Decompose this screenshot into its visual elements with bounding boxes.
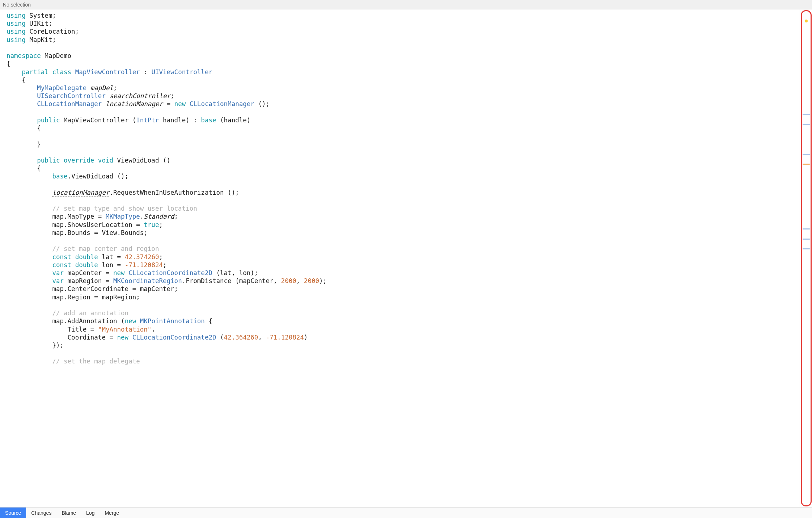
- code-line[interactable]: {: [7, 164, 799, 172]
- code-line[interactable]: using UIKit;: [7, 20, 799, 28]
- code-line[interactable]: // set map type and show user location: [7, 205, 799, 212]
- minimap-marker[interactable]: [803, 124, 810, 125]
- code-line[interactable]: });: [7, 341, 799, 349]
- code-line[interactable]: [7, 301, 799, 309]
- code-line[interactable]: MyMapDelegate mapDel;: [7, 84, 799, 92]
- code-line[interactable]: const double lat = 42.374260;: [7, 253, 799, 261]
- tab-log[interactable]: Log: [81, 508, 100, 518]
- red-highlight-annotation: [801, 10, 812, 506]
- code-line[interactable]: [7, 148, 799, 156]
- code-line[interactable]: var mapCenter = new CLLocationCoordinate…: [7, 269, 799, 277]
- minimap-marker[interactable]: [803, 154, 810, 155]
- code-line[interactable]: map.CenterCoordinate = mapCenter;: [7, 285, 799, 293]
- minimap-marker[interactable]: [805, 20, 808, 22]
- code-line[interactable]: UISearchController searchController;: [7, 92, 799, 100]
- code-line[interactable]: var mapRegion = MKCoordinateRegion.FromD…: [7, 277, 799, 285]
- code-line[interactable]: {: [7, 124, 799, 132]
- tab-blame[interactable]: Blame: [56, 508, 81, 518]
- minimap-marker[interactable]: [803, 248, 810, 249]
- code-line[interactable]: map.Bounds = View.Bounds;: [7, 229, 799, 237]
- code-line[interactable]: [7, 349, 799, 357]
- code-line[interactable]: // set the map delegate: [7, 357, 799, 365]
- code-line[interactable]: namespace MapDemo: [7, 52, 799, 60]
- code-line[interactable]: // add an annotation: [7, 309, 799, 317]
- code-line[interactable]: [7, 108, 799, 116]
- code-line[interactable]: const double lon = -71.120824;: [7, 261, 799, 269]
- code-line[interactable]: public MapViewController (IntPtr handle)…: [7, 116, 799, 124]
- breadcrumb-bar[interactable]: No selection: [0, 0, 812, 9]
- minimap-marker[interactable]: [803, 114, 810, 115]
- code-line[interactable]: [7, 44, 799, 52]
- code-line[interactable]: partial class MapViewController : UIView…: [7, 68, 799, 76]
- code-line[interactable]: [7, 237, 799, 245]
- code-line[interactable]: map.AddAnnotation (new MKPointAnnotation…: [7, 317, 799, 325]
- code-line[interactable]: {: [7, 76, 799, 84]
- code-line[interactable]: CLLocationManager locationManager = new …: [7, 100, 799, 108]
- code-line[interactable]: base.ViewDidLoad ();: [7, 172, 799, 180]
- code-line[interactable]: }: [7, 140, 799, 148]
- tab-changes[interactable]: Changes: [26, 508, 56, 518]
- code-line[interactable]: map.ShowsUserLocation = true;: [7, 221, 799, 229]
- minimap-marker[interactable]: [803, 164, 810, 165]
- code-line[interactable]: {: [7, 60, 799, 68]
- code-editor[interactable]: using System;using UIKit;using CoreLocat…: [0, 9, 799, 507]
- scroll-minimap[interactable]: [799, 9, 812, 507]
- code-line[interactable]: using CoreLocation;: [7, 28, 799, 35]
- tab-merge[interactable]: Merge: [100, 508, 124, 518]
- bottom-tab-bar: SourceChangesBlameLogMerge: [0, 507, 812, 518]
- code-line[interactable]: using System;: [7, 12, 799, 20]
- code-line[interactable]: [7, 197, 799, 205]
- code-line[interactable]: locationManager.RequestWhenInUseAuthoriz…: [7, 189, 799, 197]
- code-line[interactable]: map.Region = mapRegion;: [7, 293, 799, 301]
- code-line[interactable]: map.MapType = MKMapType.Standard;: [7, 212, 799, 220]
- code-line[interactable]: [7, 181, 799, 189]
- tab-source[interactable]: Source: [0, 508, 26, 518]
- code-line[interactable]: // set map center and region: [7, 245, 799, 253]
- code-line[interactable]: public override void ViewDidLoad (): [7, 156, 799, 164]
- code-line[interactable]: Title = "MyAnnotation",: [7, 325, 799, 333]
- code-line[interactable]: [7, 132, 799, 140]
- code-line[interactable]: Coordinate = new CLLocationCoordinate2D …: [7, 333, 799, 341]
- breadcrumb-text: No selection: [3, 2, 31, 8]
- code-line[interactable]: using MapKit;: [7, 36, 799, 44]
- main-area: using System;using UIKit;using CoreLocat…: [0, 9, 812, 507]
- minimap-marker[interactable]: [803, 239, 810, 240]
- minimap-marker[interactable]: [803, 228, 810, 229]
